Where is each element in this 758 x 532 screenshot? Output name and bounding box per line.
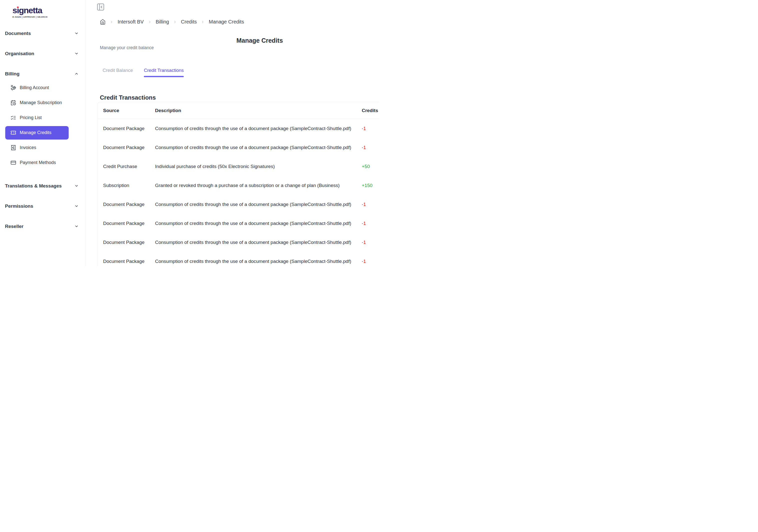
main-content: Intersoft BV Billing Credits Manage Cred… bbox=[86, 0, 379, 266]
row-source: Document Package bbox=[103, 221, 155, 226]
sidebar-item-label: Billing Account bbox=[20, 85, 49, 90]
credit-transactions-card: Source Description Credits Document Pack… bbox=[98, 102, 379, 266]
row-description: Consumption of credits through the use o… bbox=[155, 202, 362, 207]
tab-credit-transactions[interactable]: Credit Transactions bbox=[144, 68, 184, 77]
row-credits: -1 bbox=[362, 126, 379, 131]
sidebar-section-label: Documents bbox=[5, 31, 31, 36]
sidebar-item-manage-credits[interactable]: Manage Credits bbox=[5, 126, 69, 140]
sidebar-item-label: Manage Credits bbox=[20, 130, 52, 135]
row-source: Document Package bbox=[103, 126, 155, 131]
table-row: Document Package Consumption of credits … bbox=[98, 119, 379, 138]
sidebar-section-organisation[interactable]: Organisation bbox=[0, 50, 86, 58]
logo-tagline: E-SIGN | APPROVE | SEARCH bbox=[13, 16, 47, 18]
row-description: Consumption of credits through the use o… bbox=[155, 221, 362, 226]
sidebar-item-label: Manage Subscription bbox=[20, 100, 62, 105]
sidebar-section-label: Translations & Messages bbox=[5, 183, 62, 189]
table-row: Document Package Consumption of credits … bbox=[98, 252, 379, 266]
tabs: Credit Balance Credit Transactions bbox=[103, 68, 184, 77]
table-body: Document Package Consumption of credits … bbox=[98, 119, 379, 266]
calendar-clock-icon bbox=[11, 100, 16, 106]
chevron-down-icon bbox=[74, 51, 79, 56]
sidebar-section-reseller[interactable]: Reseller bbox=[0, 222, 86, 230]
row-credits: -1 bbox=[362, 259, 379, 264]
receipt-euro-icon bbox=[11, 145, 16, 150]
home-icon[interactable] bbox=[100, 19, 106, 25]
sidebar-section-label: Organisation bbox=[5, 51, 34, 56]
section-title: Credit Transactions bbox=[100, 94, 156, 101]
row-source: Document Package bbox=[103, 202, 155, 207]
chevron-right-icon bbox=[148, 20, 152, 24]
row-description: Granted or revoked through a purchase of… bbox=[155, 183, 362, 188]
column-header-source: Source bbox=[103, 108, 155, 113]
sidebar-section-label: Reseller bbox=[5, 224, 23, 229]
chevron-down-icon bbox=[74, 224, 79, 228]
sidebar-item-invoices[interactable]: Invoices bbox=[5, 141, 69, 154]
row-credits: -1 bbox=[362, 240, 379, 245]
breadcrumb: Intersoft BV Billing Credits Manage Cred… bbox=[100, 19, 244, 25]
logo-word: sıgnetta bbox=[13, 6, 47, 15]
list-checks-icon bbox=[11, 115, 16, 120]
row-description: Consumption of credits through the use o… bbox=[155, 126, 362, 131]
sidebar-section-documents[interactable]: Documents bbox=[0, 29, 86, 37]
collapse-sidebar-button[interactable] bbox=[96, 3, 105, 11]
credit-card-icon bbox=[11, 160, 16, 166]
breadcrumb-item-credits[interactable]: Credits bbox=[181, 19, 197, 25]
table-row: Credit Purchase Individual purchase of c… bbox=[98, 157, 379, 176]
sidebar-item-label: Pricing List bbox=[20, 115, 42, 120]
table-row: Document Package Consumption of credits … bbox=[98, 138, 379, 157]
column-header-description: Description bbox=[155, 108, 362, 113]
row-source: Document Package bbox=[103, 240, 155, 245]
ticket-icon bbox=[11, 130, 16, 136]
table-row: Subscription Granted or revoked through … bbox=[98, 176, 379, 195]
sidebar-item-payment-methods[interactable]: Payment Methods bbox=[5, 156, 69, 170]
sidebar-item-label: Payment Methods bbox=[20, 160, 56, 165]
breadcrumb-item-manage-credits[interactable]: Manage Credits bbox=[209, 19, 244, 25]
table-header: Source Description Credits bbox=[98, 102, 379, 119]
chevron-right-icon bbox=[110, 20, 113, 24]
table-row: Document Package Consumption of credits … bbox=[98, 233, 379, 252]
sidebar-section-permissions[interactable]: Permissions bbox=[0, 202, 86, 210]
chevron-down-icon bbox=[74, 184, 79, 188]
page-title: Manage Credits bbox=[100, 37, 379, 44]
chevron-right-icon bbox=[173, 20, 177, 24]
row-credits: +50 bbox=[362, 164, 379, 169]
row-description: Individual purchase of credits (50x Elec… bbox=[155, 164, 362, 169]
logo[interactable]: sıgnetta E-SIGN | APPROVE | SEARCH bbox=[13, 6, 47, 18]
sidebar-item-billing-account[interactable]: Billing Account bbox=[5, 81, 69, 95]
logo-i-dot: ı bbox=[17, 6, 19, 15]
row-credits: -1 bbox=[362, 221, 379, 226]
row-source: Subscription bbox=[103, 183, 155, 188]
sidebar-nav: Documents Organisation Billing bbox=[0, 29, 86, 230]
chevron-down-icon bbox=[74, 31, 79, 35]
sidebar-section-billing[interactable]: Billing bbox=[0, 70, 86, 78]
column-header-credits: Credits bbox=[362, 108, 379, 113]
billing-submenu: Billing Account Manage Subscription bbox=[0, 81, 86, 170]
chevron-right-icon bbox=[201, 20, 204, 24]
row-credits: -1 bbox=[362, 145, 379, 150]
table-row: Document Package Consumption of credits … bbox=[98, 214, 379, 233]
sidebar-section-label: Permissions bbox=[5, 204, 33, 209]
row-credits: +150 bbox=[362, 183, 379, 188]
sidebar-item-label: Invoices bbox=[20, 145, 36, 150]
sidebar-section-label: Billing bbox=[5, 71, 19, 77]
breadcrumb-item-billing[interactable]: Billing bbox=[156, 19, 169, 25]
app-window: sıgnetta E-SIGN | APPROVE | SEARCH Docum… bbox=[0, 0, 379, 266]
row-source: Credit Purchase bbox=[103, 164, 155, 169]
row-description: Consumption of credits through the use o… bbox=[155, 240, 362, 245]
page-subtitle: Manage your credit balance bbox=[100, 45, 154, 50]
table-row: Document Package Consumption of credits … bbox=[98, 195, 379, 214]
sidebar-item-pricing-list[interactable]: Pricing List bbox=[5, 111, 69, 124]
row-credits: -1 bbox=[362, 202, 379, 207]
row-description: Consumption of credits through the use o… bbox=[155, 259, 362, 264]
row-source: Document Package bbox=[103, 259, 155, 264]
chevron-up-icon bbox=[74, 72, 79, 76]
breadcrumb-item-organisation[interactable]: Intersoft BV bbox=[118, 19, 144, 25]
row-description: Consumption of credits through the use o… bbox=[155, 145, 362, 150]
sidebar: sıgnetta E-SIGN | APPROVE | SEARCH Docum… bbox=[0, 0, 86, 266]
row-source: Document Package bbox=[103, 145, 155, 150]
panel-left-close-icon bbox=[96, 3, 105, 11]
hand-coins-icon bbox=[11, 85, 16, 91]
sidebar-section-translations-messages[interactable]: Translations & Messages bbox=[0, 182, 86, 190]
sidebar-item-manage-subscription[interactable]: Manage Subscription bbox=[5, 96, 69, 110]
tab-credit-balance[interactable]: Credit Balance bbox=[103, 68, 133, 77]
